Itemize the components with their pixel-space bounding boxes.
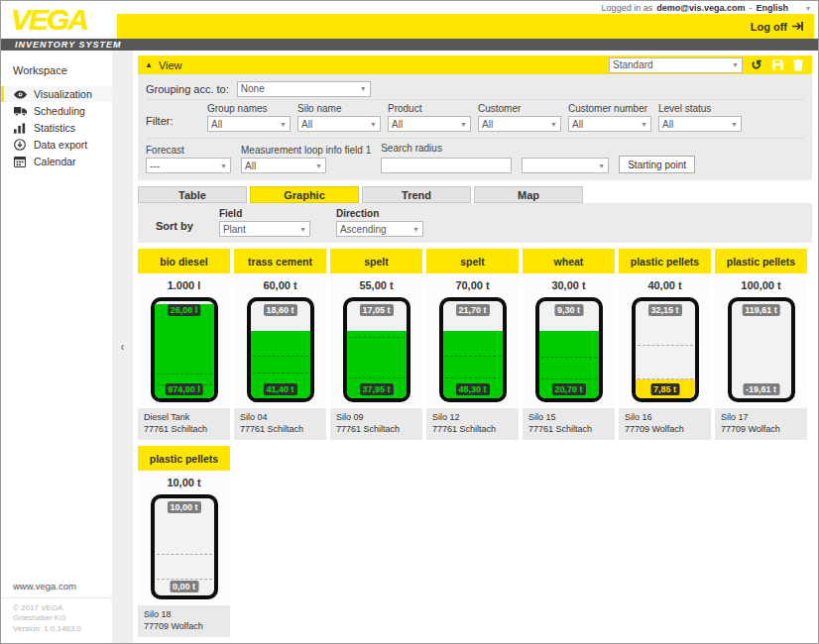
silo-location: 77761 Schiltach	[528, 424, 609, 436]
silo-tank-wrap: 10,00 t0,00 t	[138, 492, 230, 605]
silo-card-product[interactable]: wheat	[523, 249, 615, 273]
log-off-button[interactable]: Log off	[751, 21, 804, 33]
threshold-dashed-line	[638, 378, 693, 379]
starting-point-button[interactable]: Starting point	[619, 156, 695, 173]
chevron-down-icon: ▼	[460, 121, 467, 128]
login-status-row: Logged in as demo@vis.vega.com - English…	[117, 2, 810, 14]
vega-website-link[interactable]: www.vega.com	[1, 581, 112, 598]
chevron-down-icon: ▼	[641, 121, 647, 128]
silo-card-footer: Silo 1577761 Schiltach	[523, 408, 615, 440]
silo-card-capacity: 60,00 t	[234, 273, 326, 295]
silo-card-product[interactable]: trass cement	[234, 249, 326, 273]
search-radius-input[interactable]	[381, 158, 512, 173]
group-names-filter-label: Group names	[207, 103, 295, 114]
silo-location: 77709 Wolfach	[625, 424, 705, 436]
silo-card-product[interactable]: plastic pellets	[619, 249, 711, 273]
threshold-dashed-line	[157, 554, 212, 555]
customer-number-filter-select[interactable]: All▼	[568, 116, 651, 132]
silo-tank-graphic[interactable]: 9,30 t20,70 t	[535, 297, 603, 402]
group-names-filter-select-value: All	[211, 119, 280, 130]
silo-location: 77709 Wolfach	[144, 621, 224, 633]
silo-card-footer: Diesel Tank77761 Schiltach	[138, 408, 230, 440]
sort-by-label: Sort by	[156, 208, 193, 232]
silo-tank-wrap: 9,30 t20,70 t	[523, 295, 615, 408]
silo-card-product[interactable]: spelt	[330, 249, 422, 273]
silo-card-product[interactable]: plastic pellets	[138, 446, 230, 471]
silo-tank-graphic[interactable]: 32,15 t7,85 t	[632, 297, 699, 402]
silo-tank-graphic[interactable]: 18,60 t41,40 t	[247, 297, 314, 402]
view-preset-select[interactable]: Standard ▼	[609, 57, 743, 73]
silo-location: 77761 Schiltach	[240, 424, 320, 436]
silo-tank-graphic[interactable]: 17,05 t37,95 t	[343, 297, 410, 402]
silo-cards-grid: bio diesel1.000 l26,00 l974,00 lDiesel T…	[138, 249, 812, 637]
reset-view-button[interactable]: ↺	[750, 58, 763, 72]
silo-tank-wrap: 119,61 t-19,61 t	[715, 295, 807, 408]
sort-direction-select[interactable]: Ascending ▼	[336, 221, 423, 237]
threshold-dashed-line	[541, 378, 597, 379]
chevron-down-icon[interactable]: ▾	[806, 4, 810, 13]
log-off-icon	[791, 21, 804, 32]
silo-card-footer: Silo 1277761 Schiltach	[426, 408, 519, 440]
silo-tank-wrap: 21,70 t48,30 t	[426, 295, 519, 408]
silo-tank-graphic[interactable]: 119,61 t-19,61 t	[728, 297, 795, 402]
forecast-select[interactable]: --- ▼	[146, 158, 231, 173]
sort-field-select[interactable]: Plant ▼	[219, 221, 310, 237]
sidebar-item-scheduling[interactable]: Scheduling	[1, 103, 112, 119]
chevron-down-icon: ▼	[731, 121, 738, 128]
customer-number-filter-label: Customer number	[568, 103, 656, 114]
level-status-filter-select[interactable]: All▼	[658, 116, 742, 132]
radius-unit-select[interactable]: ▼	[522, 158, 609, 173]
silo-card-6: plastic pellets40,00 t32,15 t7,85 tSilo …	[619, 249, 711, 440]
tab-graphic[interactable]: Graphic	[250, 186, 359, 203]
chevron-down-icon: ▼	[412, 226, 419, 233]
current-level-badge: 41,40 t	[263, 383, 296, 395]
silo-card-7: plastic pellets100,00 t119,61 t-19,61 tS…	[715, 249, 807, 440]
save-view-button[interactable]	[770, 58, 784, 72]
tab-table[interactable]: Table	[138, 186, 247, 203]
current-level-badge: 0,00 t	[170, 581, 198, 592]
sidebar-item-visualization[interactable]: Visualization	[1, 86, 112, 102]
silo-card-5: wheat30,00 t9,30 t20,70 tSilo 1577761 Sc…	[523, 249, 615, 440]
silo-tank-graphic[interactable]: 21,70 t48,30 t	[439, 297, 507, 402]
silo-card-footer: Silo 0477761 Schiltach	[234, 408, 326, 440]
sidebar-item-label: Data export	[34, 139, 87, 151]
level-status-filter-select-value: All	[662, 119, 731, 130]
free-capacity-badge: 26,00 l	[168, 304, 201, 316]
silo-tank-graphic[interactable]: 10,00 t0,00 t	[151, 494, 218, 599]
forecast-value: ---	[150, 161, 220, 171]
sidebar-item-data-export[interactable]: Data export	[1, 137, 112, 153]
filter-col-silo-name: Silo nameAll▼	[297, 103, 386, 132]
silo-card-footer: Silo 1877709 Wolfach	[138, 605, 230, 637]
grouping-select[interactable]: None ▼	[237, 81, 371, 97]
silo-name: Silo 18	[144, 609, 224, 621]
customer-filter-select-value: All	[482, 119, 550, 130]
silo-card-product[interactable]: bio diesel	[138, 249, 230, 273]
silo-name-filter-select[interactable]: All▼	[297, 116, 381, 132]
tab-trend[interactable]: Trend	[362, 186, 471, 203]
sidebar-collapse-chevron-icon[interactable]: ‹	[121, 340, 125, 354]
inventory-system-bar: INVENTORY SYSTEM	[1, 39, 818, 51]
silo-tank-graphic[interactable]: 26,00 l974,00 l	[151, 297, 218, 402]
free-capacity-badge: 32,15 t	[647, 304, 681, 316]
sidebar-item-calendar[interactable]: Calendar	[1, 154, 112, 169]
view-panel-header[interactable]: ▲ View Standard ▼ ↺	[138, 55, 812, 74]
tab-map[interactable]: Map	[474, 186, 583, 203]
grouping-label: Grouping acc. to:	[146, 83, 229, 95]
group-names-filter-select[interactable]: All▼	[207, 116, 291, 132]
collapse-caret-icon[interactable]: ▲	[145, 60, 153, 69]
sidebar-item-statistics[interactable]: Statistics	[1, 120, 112, 136]
sidebar-item-label: Calendar	[34, 156, 76, 167]
silo-location: 77761 Schiltach	[432, 424, 513, 436]
chevron-down-icon: ▼	[370, 121, 377, 128]
measurement-loop-select[interactable]: All ▼	[241, 158, 326, 173]
delete-view-button[interactable]	[791, 58, 805, 72]
silo-card-product[interactable]: spelt	[426, 249, 519, 273]
silo-card-product[interactable]: plastic pellets	[715, 249, 807, 273]
customer-filter-select[interactable]: All▼	[478, 116, 561, 132]
sidebar-footer: www.vega.com © 2017 VEGA Grieshaber KG V…	[1, 581, 112, 635]
vega-logo: VEGA	[1, 1, 115, 39]
silo-name: Silo 17	[721, 412, 801, 424]
silo-name: Silo 09	[336, 412, 416, 424]
language-selector[interactable]: English	[756, 3, 788, 13]
product-filter-select[interactable]: All▼	[388, 116, 471, 132]
